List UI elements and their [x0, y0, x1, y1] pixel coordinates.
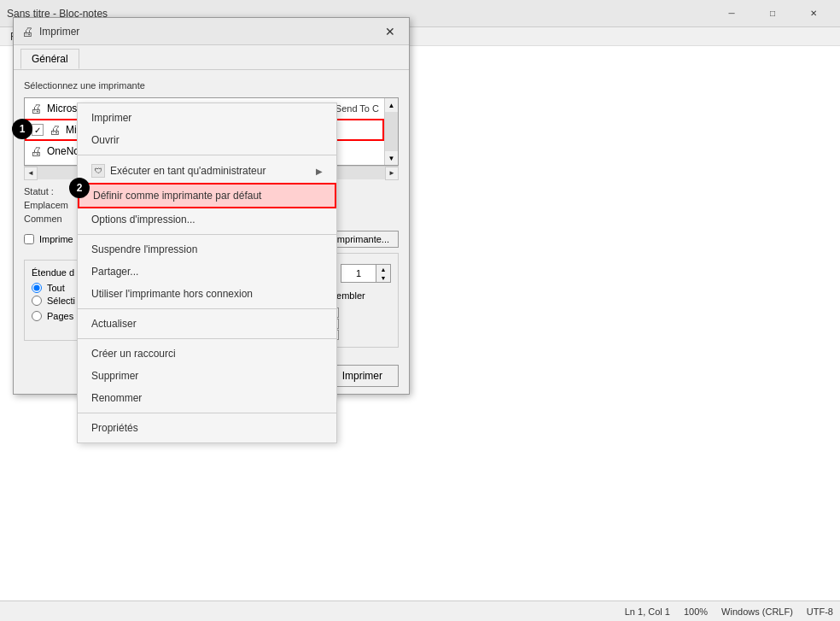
scroll-track — [385, 112, 398, 151]
separator-5 — [78, 413, 336, 413]
context-label-default: Définir comme imprimante par défaut — [93, 190, 261, 202]
print-to-file-label: Imprime — [39, 234, 73, 244]
admin-shield-icon: 🛡 — [91, 164, 105, 178]
context-label-imprimer: Imprimer — [91, 112, 131, 124]
context-item-share[interactable]: Partager... — [78, 261, 336, 283]
context-item-delete[interactable]: Supprimer — [78, 365, 336, 387]
context-item-admin[interactable]: 🛡 Exécuter en tant qu'administrateur ▶ — [78, 159, 336, 183]
context-item-refresh[interactable]: Actualiser — [78, 313, 336, 335]
context-item-options[interactable]: Options d'impression... — [78, 208, 336, 231]
printer-xps-checkbox: ✓ — [32, 124, 44, 136]
copies-down-arrow[interactable]: ▼ — [376, 273, 390, 282]
radio-selection-label: Sélecti — [47, 296, 75, 306]
step-2-circle: 2 — [69, 178, 90, 198]
separator-2 — [78, 234, 336, 235]
scroll-up-arrow[interactable]: ▲ — [385, 98, 399, 112]
tab-general[interactable]: Général — [20, 49, 79, 69]
context-item-offline[interactable]: Utiliser l'imprimante hors connexion — [78, 283, 336, 305]
context-item-shortcut[interactable]: Créer un raccourci — [78, 343, 336, 365]
context-label-rename: Renommer — [91, 392, 142, 404]
copies-up-arrow[interactable]: ▲ — [376, 265, 390, 273]
dialog-tabs: Général — [14, 45, 409, 69]
dialog-title: Imprimer — [39, 26, 79, 38]
context-label-suspend: Suspendre l'impression — [91, 243, 197, 255]
context-item-imprimer[interactable]: Imprimer — [78, 107, 336, 129]
section-printer-label: Sélectionnez une imprimante — [24, 80, 399, 91]
context-label-shortcut: Créer un raccourci — [91, 348, 176, 360]
separator-1 — [78, 155, 336, 155]
context-label-offline: Utiliser l'imprimante hors connexion — [91, 288, 253, 300]
radio-selection[interactable] — [32, 296, 42, 306]
dialog-close-btn[interactable]: ✕ — [378, 21, 402, 42]
context-item-properties[interactable]: Propriétés — [78, 417, 336, 439]
context-label-share: Partager... — [91, 266, 138, 278]
h-scroll-left[interactable]: ◄ — [24, 167, 38, 180]
printer-pdf-icon: 🖨 — [30, 102, 42, 115]
context-item-suspend[interactable]: Suspendre l'impression — [78, 238, 336, 261]
context-item-default[interactable]: Définir comme imprimante par défaut 2 — [78, 183, 336, 208]
copies-arrows: ▲ ▼ — [376, 265, 390, 282]
context-label-admin: 🛡 Exécuter en tant qu'administrateur — [91, 164, 265, 178]
bg-titlebar-controls: ─ □ ✕ — [712, 2, 833, 26]
status-position: Ln 1, Col 1 — [625, 606, 670, 617]
printer-xps-icon: 🖨 — [49, 123, 61, 137]
context-item-ouvrir[interactable]: Ouvrir — [78, 129, 336, 151]
copies-input-container: ▲ ▼ — [341, 264, 391, 283]
copies-input[interactable] — [341, 265, 376, 282]
context-item-rename[interactable]: Renommer — [78, 387, 336, 409]
bg-minimize-btn[interactable]: ─ — [712, 2, 751, 26]
dialog-titlebar: 🖨 Imprimer ✕ — [14, 18, 409, 45]
status-line-endings: Windows (CRLF) — [721, 606, 793, 617]
bg-statusbar: Ln 1, Col 1 100% Windows (CRLF) UTF-8 — [0, 600, 840, 621]
status-encoding: UTF-8 — [807, 606, 833, 617]
scroll-down-arrow[interactable]: ▼ — [385, 151, 399, 165]
admin-submenu-arrow: ▶ — [316, 167, 323, 176]
context-label-options: Options d'impression... — [91, 214, 195, 226]
printer-onenote-icon: 🖨 — [30, 144, 42, 158]
printer-list-scrollbar[interactable]: ▲ ▼ — [384, 98, 398, 165]
context-menu: Imprimer Ouvrir 🛡 Exécuter en tant qu'ad… — [77, 103, 337, 443]
radio-all-label: Tout — [47, 283, 65, 293]
context-label-properties: Propriétés — [91, 422, 138, 434]
dialog-title-area: 🖨 Imprimer — [20, 25, 79, 38]
separator-4 — [78, 338, 336, 339]
radio-pages-label: Pages — [47, 311, 73, 321]
context-label-delete: Supprimer — [91, 370, 138, 382]
bg-maximize-btn[interactable]: □ — [753, 2, 792, 26]
separator-3 — [78, 308, 336, 309]
radio-all[interactable] — [32, 283, 42, 293]
printer-icon: 🖨 — [20, 25, 34, 38]
h-scroll-right[interactable]: ► — [385, 167, 399, 180]
step-1-circle: 1 — [12, 119, 32, 139]
radio-pages[interactable] — [32, 311, 42, 321]
context-label-refresh: Actualiser — [91, 318, 137, 330]
bg-close-btn[interactable]: ✕ — [794, 2, 833, 26]
status-zoom: 100% — [684, 606, 708, 617]
print-to-file-checkbox[interactable] — [24, 234, 34, 244]
context-label-ouvrir: Ouvrir — [91, 134, 120, 146]
